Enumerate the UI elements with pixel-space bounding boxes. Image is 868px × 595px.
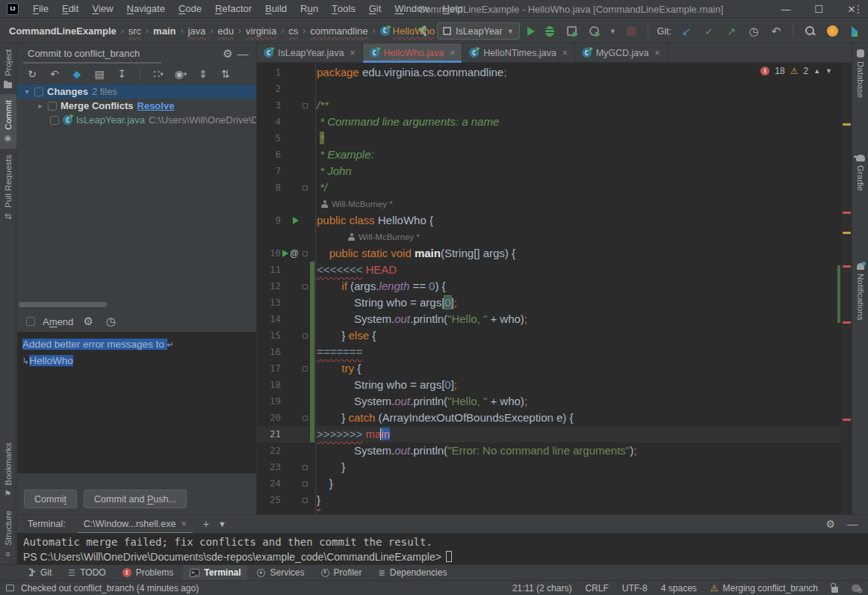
rollback-icon[interactable]: ↶: [49, 68, 61, 80]
expand-all-icon[interactable]: ⇕: [197, 68, 209, 80]
run-button[interactable]: [527, 27, 535, 36]
fold-icon[interactable]: [303, 185, 308, 191]
editor-line[interactable]: 25}: [257, 492, 841, 508]
fold-icon[interactable]: [303, 498, 308, 503]
group-by-icon[interactable]: ∷▾: [152, 68, 164, 80]
breadcrumb-item[interactable]: virginia: [246, 25, 276, 37]
search-everywhere-button[interactable]: [805, 25, 816, 37]
git-push-button[interactable]: ↗: [724, 24, 739, 39]
sidebar-item-pull-requests[interactable]: Pull Requests⇆: [0, 149, 16, 227]
editor-line[interactable]: 16=======: [257, 344, 841, 360]
editor-line[interactable]: 4 * Command line arguments: a name: [257, 114, 841, 130]
gear-icon[interactable]: ⚙: [220, 46, 235, 61]
tab-hellontimes[interactable]: CHelloNTimes.java×: [462, 43, 575, 62]
resolve-link[interactable]: Resolve: [137, 100, 175, 111]
editor-line[interactable]: 13 String who = args[0];: [257, 295, 841, 311]
fold-icon[interactable]: [303, 284, 308, 289]
minimize-button[interactable]: —: [769, 0, 802, 18]
sidebar-item-structure[interactable]: Structure≡: [0, 505, 16, 564]
stop-button[interactable]: [627, 27, 636, 36]
line-separator[interactable]: CRLF: [585, 583, 608, 594]
git-branch-status[interactable]: Merging conflict_branch: [723, 583, 818, 594]
commit-button[interactable]: Commit: [24, 490, 77, 508]
shelve-silently-icon[interactable]: ◆: [71, 68, 83, 80]
sidebar-item-gradle[interactable]: Gradle: [852, 149, 868, 197]
coverage-button[interactable]: [567, 26, 577, 36]
run-icon[interactable]: [293, 217, 299, 224]
fold-icon[interactable]: [303, 416, 308, 421]
toolwindow-problems[interactable]: !Problems: [116, 565, 181, 581]
toolwindow-git[interactable]: Git: [22, 565, 58, 581]
tab-isleapyear[interactable]: CIsLeapYear.java×: [257, 43, 363, 62]
chevron-right-icon[interactable]: ▸: [37, 102, 44, 110]
next-problem-icon[interactable]: ▼: [825, 67, 832, 75]
changes-checkbox[interactable]: [34, 87, 43, 96]
sidebar-item-bookmarks[interactable]: Bookmarks⚑: [0, 437, 16, 505]
editor-line[interactable]: 5 *: [257, 130, 841, 147]
scrollbar-thumb[interactable]: [19, 302, 107, 307]
editor-line[interactable]: 19 System.out.println("Hello, " + who);: [257, 393, 841, 410]
breadcrumb-item[interactable]: cs: [288, 25, 298, 37]
tool-window-switcher-icon[interactable]: [6, 585, 14, 591]
breadcrumb-item[interactable]: java: [187, 25, 205, 37]
close-icon[interactable]: ×: [654, 48, 660, 58]
hide-panel-icon[interactable]: —: [235, 46, 250, 61]
editor-line[interactable]: 12 if (args.length == 0) {: [257, 278, 841, 295]
toolwindow-todo[interactable]: ☰TODO: [61, 565, 112, 581]
error-stripe[interactable]: [841, 63, 852, 514]
git-commit-button[interactable]: ✓: [701, 24, 716, 39]
caret-position[interactable]: 21:11 (2 chars): [512, 583, 572, 594]
editor-line[interactable]: 10@ public static void main(String[] arg…: [257, 245, 841, 262]
changed-file-row[interactable]: C IsLeapYear.java C:\Users\Will\OneDrive…: [17, 113, 256, 127]
amend-checkbox[interactable]: [26, 317, 35, 326]
menu-build[interactable]: Build: [258, 0, 294, 18]
history-button[interactable]: ◷: [746, 24, 761, 39]
fold-icon[interactable]: [303, 465, 308, 470]
sidebar-item-notifications[interactable]: Notifications: [852, 257, 868, 327]
tab-hellowho[interactable]: CHelloWho.java×: [363, 43, 463, 62]
editor-line[interactable]: 24 }: [257, 475, 841, 492]
menu-edit[interactable]: Edit: [55, 0, 85, 18]
gear-icon[interactable]: ⚙: [825, 518, 835, 530]
file-encoding[interactable]: UTF-8: [622, 583, 648, 594]
tab-options-icon[interactable]: ⋮: [853, 3, 864, 15]
menu-tools[interactable]: Tools: [325, 0, 362, 18]
history-icon[interactable]: ◷: [103, 314, 118, 329]
stripe-mark[interactable]: [843, 123, 851, 126]
profiler-button[interactable]: [589, 26, 599, 36]
preview-diff-icon[interactable]: ◉▾: [175, 68, 187, 80]
breadcrumb-item[interactable]: edu: [217, 25, 234, 37]
menu-view[interactable]: View: [85, 0, 120, 18]
new-terminal-icon[interactable]: +: [203, 518, 209, 530]
changes-root-row[interactable]: ▾ Changes 2 files: [17, 84, 256, 99]
fold-icon[interactable]: [303, 366, 308, 372]
breadcrumb-item[interactable]: main: [153, 25, 176, 37]
editor-line[interactable]: 1package edu.virginia.cs.commandline;: [257, 64, 841, 81]
refresh-icon[interactable]: ↻: [26, 68, 38, 80]
close-icon[interactable]: ×: [181, 519, 186, 529]
editor-line[interactable]: 21>>>>>>> main: [257, 426, 841, 443]
editor-line[interactable]: 2: [257, 81, 841, 97]
chevron-down-icon[interactable]: ▼: [218, 520, 226, 528]
author-inlay[interactable]: Will-McBurney *: [315, 229, 420, 245]
chevron-down-icon[interactable]: ▼: [610, 28, 616, 35]
tab-mygcd[interactable]: CMyGCD.java×: [575, 43, 668, 62]
terminal-output[interactable]: Automatic merge failed; fix conflicts an…: [17, 533, 868, 564]
prev-problem-icon[interactable]: ▲: [813, 67, 820, 75]
stripe-mark[interactable]: [843, 419, 851, 421]
plugin-icon[interactable]: [852, 26, 858, 37]
editor-line[interactable]: 7 * John: [257, 163, 841, 179]
git-update-button[interactable]: ↙: [679, 24, 694, 39]
collapse-all-icon[interactable]: ⇅: [220, 68, 232, 80]
show-diff-icon[interactable]: ▤: [93, 68, 105, 80]
menu-git[interactable]: Git: [362, 0, 388, 18]
maximize-button[interactable]: ☐: [802, 0, 835, 18]
breadcrumb-item[interactable]: commandline: [310, 25, 368, 37]
editor-line[interactable]: 14 System.out.println("Hello, " + who);: [257, 311, 841, 327]
settings-sync-icon[interactable]: [852, 585, 861, 592]
file-checkbox[interactable]: [50, 116, 59, 125]
merge-conflicts-row[interactable]: ▸ Merge Conflicts Resolve: [17, 99, 256, 113]
editor-line[interactable]: 18 String who = args[0];: [257, 377, 841, 393]
commit-message-input[interactable]: Added better error messages to ↵ ↳HelloW…: [17, 332, 256, 473]
ide-update-icon[interactable]: ↑: [827, 25, 838, 37]
